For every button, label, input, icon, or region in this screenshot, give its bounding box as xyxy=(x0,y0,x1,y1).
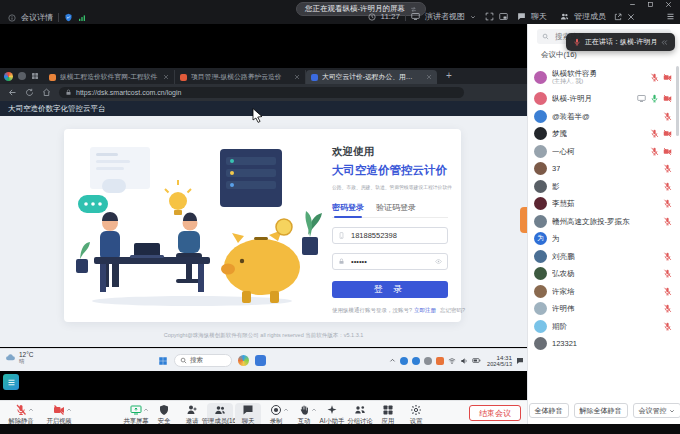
tab-search-icon[interactable] xyxy=(31,72,39,80)
chevron-up-icon[interactable] xyxy=(311,407,317,413)
participant-row[interactable]: 期阶 xyxy=(530,318,676,336)
refresh-button[interactable] xyxy=(25,88,34,97)
tray-app-icon[interactable] xyxy=(400,357,408,365)
security-shield-icon[interactable] xyxy=(64,13,73,22)
avatar xyxy=(534,162,547,175)
window-maximize-button[interactable] xyxy=(647,1,654,8)
login-button[interactable]: 登 录 xyxy=(332,281,448,298)
avatar xyxy=(534,337,547,350)
meeting-topbar: 您正在观看纵横-许明月的屏幕 会议详情 11:27 演讲者视图 聊天 xyxy=(0,0,680,24)
speaker-icon[interactable] xyxy=(460,357,468,365)
collapse-icon[interactable] xyxy=(661,39,668,46)
participant-row[interactable]: @装着半@ xyxy=(530,108,676,126)
participant-row[interactable]: 李慧茹 xyxy=(530,195,676,213)
participant-row[interactable]: 123321 xyxy=(530,335,676,353)
meeting-details-button[interactable]: 会议详情 xyxy=(21,12,53,23)
camera-off-icon xyxy=(53,404,65,416)
battery-icon[interactable] xyxy=(472,356,481,365)
chevron-up-icon[interactable] xyxy=(143,407,149,413)
taskbar-clock[interactable]: 14:31 2024/5/13 xyxy=(487,354,512,368)
pinned-app-icon[interactable] xyxy=(255,355,266,366)
chat-panel-button[interactable]: 聊天 xyxy=(531,11,547,22)
url-bar[interactable]: https://dsk.smartcost.com.cn/login xyxy=(59,87,464,98)
taskbar-widget-icon[interactable] xyxy=(3,374,19,390)
participant-row[interactable]: 一心柯 xyxy=(530,143,676,161)
participant-row[interactable]: 纵横-许明月 xyxy=(530,90,676,108)
code-login-tab[interactable]: 验证码登录 xyxy=(376,202,416,213)
weather-widget[interactable]: 12°C 晴 xyxy=(5,351,34,364)
eye-icon[interactable] xyxy=(435,258,442,265)
phone-field[interactable] xyxy=(332,227,448,244)
participant-row[interactable]: 许明伟 xyxy=(530,300,676,318)
participant-row[interactable]: 刘亮鹏 xyxy=(530,248,676,266)
avatar xyxy=(534,197,547,210)
tray-app-icon[interactable] xyxy=(424,357,432,365)
mic-off-icon xyxy=(650,73,659,82)
avatar xyxy=(534,110,547,123)
tray-app-icon[interactable] xyxy=(412,357,420,365)
page-side-handle[interactable] xyxy=(520,207,527,233)
password-input[interactable] xyxy=(349,256,431,267)
windows-start-button[interactable] xyxy=(158,356,168,366)
participant-row[interactable]: 为 为 xyxy=(530,230,676,248)
browser-tab[interactable]: 项目管理-纵横公路养护云造价 xyxy=(175,70,306,84)
meeting-control-label: 会议管控 xyxy=(639,406,667,416)
forgot-password-link[interactable]: 忘记密码? xyxy=(440,307,465,314)
browser-tab[interactable]: 纵横工程造价软件官网-工程软件 xyxy=(44,70,175,84)
browser-tab[interactable]: 大司空云计价-远程办公、用… xyxy=(306,70,437,84)
sidebar-scrollbar[interactable] xyxy=(676,66,679,136)
tab-close-icon[interactable] xyxy=(426,74,432,80)
new-tab-button[interactable]: + xyxy=(446,71,452,81)
notification-icon[interactable] xyxy=(516,357,524,365)
floating-window-button[interactable] xyxy=(499,12,508,21)
phone-input[interactable] xyxy=(349,230,442,241)
participant-row[interactable]: 梦魇 xyxy=(530,125,676,143)
participant-role: (主持人, 我) xyxy=(552,78,597,85)
view-mode-button[interactable]: 演讲者视图 xyxy=(425,11,465,22)
fullscreen-button[interactable] xyxy=(485,12,494,21)
unmute-all-button[interactable]: 解除全体静音 xyxy=(574,403,628,418)
menu-icon[interactable] xyxy=(666,12,675,21)
avatar xyxy=(534,180,547,193)
meeting-control-button[interactable]: 会议管控 xyxy=(633,403,680,418)
meeting-app-window: 您正在观看纵横-许明月的屏幕 会议详情 11:27 演讲者视图 聊天 xyxy=(0,0,680,434)
login-card: 欢迎使用 大司空造价管控云计价 公路、市政、房建、轨道、管廊管线等建设工程计价软… xyxy=(64,129,461,322)
participant-status-icons xyxy=(663,322,672,331)
chevron-down-icon[interactable] xyxy=(470,14,476,20)
browser-app-icon[interactable] xyxy=(238,355,249,366)
taskbar-search[interactable]: 搜索 xyxy=(174,354,232,367)
end-meeting-button[interactable]: 结束会议 xyxy=(469,405,521,421)
close-panel-button[interactable] xyxy=(627,13,635,21)
window-close-button[interactable] xyxy=(665,1,672,8)
wifi-icon[interactable] xyxy=(448,357,456,365)
profile-icon[interactable] xyxy=(18,72,26,80)
back-button[interactable] xyxy=(8,88,17,97)
chevron-up-icon[interactable] xyxy=(283,407,289,413)
members-panel-button[interactable]: 管理成员 xyxy=(574,11,606,22)
mute-all-button[interactable]: 全体静音 xyxy=(529,403,569,418)
password-login-tab[interactable]: 密码登录 xyxy=(332,202,364,213)
network-signal-icon[interactable] xyxy=(78,14,86,22)
popout-panel-button[interactable] xyxy=(614,13,622,21)
tray-app-icon[interactable] xyxy=(436,357,444,365)
password-field[interactable] xyxy=(332,253,448,270)
browser-logo-icon[interactable] xyxy=(4,72,13,81)
participant-row[interactable]: 赣州高速文旅投-罗振东 xyxy=(530,213,676,231)
mic-off-icon xyxy=(663,217,672,226)
tab-close-icon[interactable] xyxy=(294,74,300,80)
chevron-up-icon[interactable] xyxy=(66,407,72,413)
tab-close-icon[interactable] xyxy=(163,74,169,80)
participant-status-icons xyxy=(663,182,672,191)
participant-status-icons xyxy=(663,252,672,261)
register-link[interactable]: 立即注册 xyxy=(414,307,436,314)
participant-row[interactable]: 许家培 xyxy=(530,283,676,301)
chevron-up-icon[interactable] xyxy=(28,407,34,413)
participant-row[interactable]: 弘农杨 xyxy=(530,265,676,283)
tray-expand-icon[interactable] xyxy=(389,357,396,364)
home-button[interactable] xyxy=(42,88,51,97)
participant-row[interactable]: 37 xyxy=(530,160,676,178)
participant-row[interactable]: 纵横软件容勇 (主持人, 我) xyxy=(530,64,676,90)
participant-row[interactable]: 影 xyxy=(530,178,676,196)
tab-in-meeting[interactable]: 会议中(16) xyxy=(541,50,577,60)
window-minimize-button[interactable] xyxy=(629,1,636,8)
